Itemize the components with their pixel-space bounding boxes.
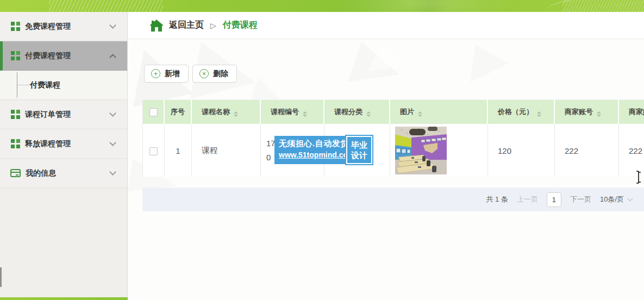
sidebar-item-label: 课程订单管理 — [25, 110, 71, 120]
chevron-down-icon — [109, 168, 116, 176]
sort-icon[interactable] — [418, 111, 422, 117]
breadcrumb-home-link[interactable]: 返回主页 — [169, 20, 204, 31]
left-scrollbar-thumb[interactable] — [0, 267, 2, 287]
course-thumbnail-classroom-photo[interactable] — [395, 127, 447, 174]
app-window: 免费课程管理 付费课程管理 付费课程 课程订单管理 释放课程管理 我的信息 — [0, 0, 644, 300]
grid-icon — [11, 110, 20, 119]
sort-icon[interactable] — [597, 111, 601, 117]
banner-swoosh-decoration — [337, 0, 516, 12]
column-header-price: 价格（元） — [488, 99, 555, 124]
window-icon — [10, 169, 21, 177]
pagination-page-size-select[interactable]: 10条/页 — [600, 195, 632, 204]
breadcrumb-separator-icon: ▷ — [210, 21, 216, 30]
chevron-down-icon — [109, 110, 116, 117]
add-button[interactable]: + 新增 — [144, 65, 189, 83]
cell-image — [390, 124, 488, 177]
sidebar-item-free-course-mgmt[interactable]: 免费课程管理 — [0, 12, 127, 41]
top-green-banner — [0, 0, 644, 12]
cell-index: 1 — [165, 124, 192, 177]
add-button-label: 新增 — [165, 69, 180, 79]
x-circle-icon: × — [199, 69, 209, 78]
sidebar-item-course-order-mgmt[interactable]: 课程订单管理 — [0, 100, 127, 129]
sidebar-item-label: 免费课程管理 — [25, 22, 71, 32]
sidebar: 免费课程管理 付费课程管理 付费课程 课程订单管理 释放课程管理 我的信息 — [0, 12, 128, 298]
chevron-down-icon — [109, 22, 116, 29]
row-checkbox[interactable] — [149, 147, 158, 155]
ibeam-cursor — [635, 171, 642, 184]
sidebar-item-my-info[interactable]: 我的信息 — [0, 159, 127, 188]
cell-course-name: 课程 — [192, 124, 261, 177]
grid-icon — [11, 51, 20, 60]
sort-icon[interactable] — [537, 111, 541, 117]
column-header-image: 图片 — [390, 99, 488, 124]
vendor-watermark-overlay: 无须担心.自动发货 www.51topmind.com 毕业 设计 — [274, 136, 372, 164]
plus-circle-icon: + — [151, 69, 160, 78]
cell-merchant-name: 222 — [619, 124, 644, 177]
grid-icon — [11, 139, 20, 148]
pagination-prev-button[interactable]: 上一页 — [517, 195, 538, 204]
sidebar-item-label: 释放课程管理 — [25, 139, 71, 149]
column-header-merchant-name: 商家姓名 — [619, 99, 644, 124]
table-row: 1 课程 17 0 — [142, 124, 644, 177]
chevron-down-icon — [109, 139, 116, 146]
chevron-down-icon — [628, 196, 633, 202]
table-header-row: 序号 课程名称 课程编号 课程分类 图片 价格（元） 商家账号 商家姓名 — [142, 99, 644, 124]
sidebar-item-release-course-mgmt[interactable]: 释放课程管理 — [0, 129, 127, 159]
breadcrumb-current-page[interactable]: 付费课程 — [223, 20, 258, 31]
toolbar: + 新增 × 删除 — [144, 65, 237, 83]
sidebar-item-paid-course-mgmt[interactable]: 付费课程管理 — [0, 41, 127, 71]
breadcrumb: 返回主页 ▷ 付费课程 — [128, 12, 644, 39]
column-header-index: 序号 — [165, 99, 192, 124]
sidebar-item-label: 付费课程管理 — [25, 51, 71, 61]
cell-price: 120 — [488, 124, 555, 177]
grid-icon — [11, 22, 20, 31]
banner-stripe-decoration — [49, 0, 163, 12]
column-header-course-category: 课程分类 — [324, 99, 390, 124]
pagination-total-count: 共 1 条 — [486, 195, 508, 204]
column-header-course-name: 课程名称 — [192, 99, 261, 124]
home-icon — [149, 19, 164, 32]
pagination-current-page[interactable]: 1 — [547, 192, 561, 207]
watermark-badge: 毕业 设计 — [346, 136, 372, 164]
column-header-merchant-account: 商家账号 — [555, 99, 619, 124]
cell-merchant-account: 222 — [555, 124, 619, 177]
select-all-checkbox[interactable] — [149, 108, 158, 116]
sort-icon[interactable] — [303, 111, 307, 117]
sidebar-item-label: 我的信息 — [26, 168, 56, 178]
main-content: 返回主页 ▷ 付费课程 + 新增 × 删除 — [128, 12, 644, 300]
watermark-text-box: 无须担心.自动发货 www.51topmind.com — [274, 136, 346, 164]
pagination-next-button[interactable]: 下一页 — [570, 195, 591, 204]
watermark-slogan: 无须担心.自动发货 — [279, 139, 343, 149]
chevron-up-icon — [109, 54, 116, 61]
sidebar-subitem-paid-course[interactable]: 付费课程 — [0, 71, 127, 100]
sidebar-subitem-label: 付费课程 — [30, 80, 60, 90]
delete-button-label: 删除 — [213, 69, 228, 79]
watermark-url: www.51topmind.com — [279, 151, 343, 159]
courses-table: 序号 课程名称 课程编号 课程分类 图片 价格（元） 商家账号 商家姓名 1 课… — [142, 99, 644, 177]
sort-icon[interactable] — [234, 111, 238, 117]
pagination-bar: 共 1 条 上一页 1 下一页 10条/页 — [142, 188, 644, 211]
banner-stripe-decoration-right — [562, 0, 644, 12]
sort-icon[interactable] — [366, 111, 371, 117]
column-header-course-number: 课程编号 — [261, 99, 324, 124]
sidebar-bottom-green-strip — [0, 297, 128, 300]
delete-button[interactable]: × 删除 — [192, 65, 237, 83]
